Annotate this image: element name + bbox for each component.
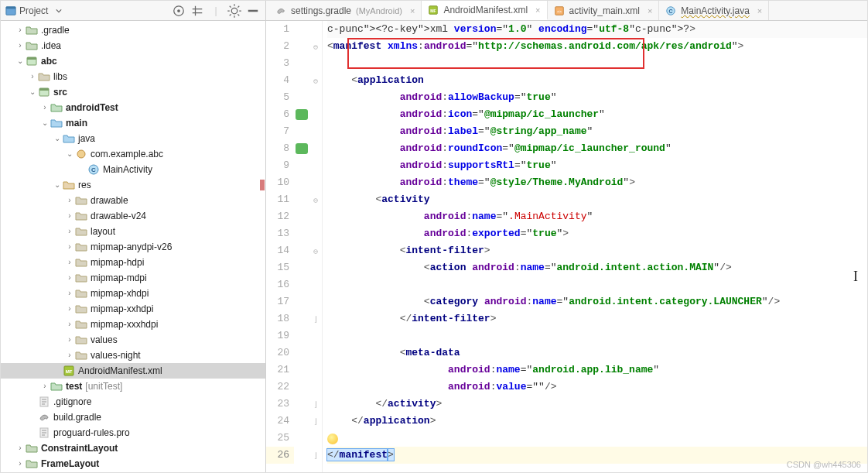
fold-handle[interactable] bbox=[309, 362, 322, 379]
fold-handle[interactable]: ⌋ bbox=[309, 396, 322, 413]
line-number[interactable]: 18 bbox=[266, 310, 294, 327]
code-area[interactable]: c-punc"><?c-key">xml version="1.0" encod… bbox=[323, 21, 867, 472]
fold-handle[interactable]: ⊖ bbox=[309, 242, 322, 259]
tree-twisty[interactable]: › bbox=[64, 208, 75, 224]
tree-item[interactable]: ⌄com.example.abc bbox=[1, 146, 265, 162]
code-line[interactable]: c-punc"><?c-key">xml version="1.0" encod… bbox=[327, 21, 867, 38]
editor-tab[interactable]: MFAndroidManifest.xml× bbox=[422, 1, 547, 20]
fold-handle[interactable] bbox=[309, 140, 322, 157]
tree-item[interactable]: ›values bbox=[1, 332, 265, 348]
tree-twisty[interactable]: › bbox=[64, 270, 75, 286]
line-number[interactable]: 3 bbox=[266, 55, 294, 72]
line-number[interactable]: 7 bbox=[266, 123, 294, 140]
tree-twisty[interactable]: › bbox=[39, 100, 50, 115]
fold-handle[interactable] bbox=[309, 157, 322, 174]
fold-handle[interactable]: ⌋ bbox=[309, 413, 322, 430]
code-line[interactable]: <activity bbox=[327, 191, 867, 208]
editor-tab[interactable]: CMainActivity.java× bbox=[659, 1, 769, 20]
code-line[interactable] bbox=[327, 276, 867, 293]
line-number[interactable]: 13 bbox=[266, 225, 294, 242]
line-number[interactable]: 17 bbox=[266, 293, 294, 310]
tree-item[interactable]: ›mipmap-mdpi bbox=[1, 270, 265, 286]
close-icon[interactable]: × bbox=[757, 6, 762, 15]
close-icon[interactable]: × bbox=[410, 6, 415, 15]
fold-handle[interactable] bbox=[309, 259, 322, 276]
tree-item[interactable]: MFAndroidManifest.xml bbox=[1, 363, 265, 379]
code-line[interactable]: <category android:name="android.intent.c… bbox=[327, 293, 867, 310]
tree-twisty[interactable]: › bbox=[64, 317, 75, 332]
code-line[interactable]: android:icon="@mipmap/ic_launcher" bbox=[327, 106, 867, 123]
fold-handle[interactable]: ⊖ bbox=[309, 72, 322, 89]
tree-item[interactable]: ›FrameLayout bbox=[1, 456, 265, 471]
tree-twisty[interactable]: › bbox=[15, 38, 26, 53]
fold-handle[interactable] bbox=[309, 225, 322, 242]
tree-item[interactable]: ›layout bbox=[1, 224, 265, 239]
code-line[interactable] bbox=[327, 327, 867, 344]
tree-twisty[interactable]: ⌄ bbox=[39, 115, 50, 131]
tree-twisty[interactable]: › bbox=[27, 69, 38, 84]
code-line[interactable]: android:allowBackup="true" bbox=[327, 89, 867, 106]
tree-item[interactable]: ›libs bbox=[1, 69, 265, 84]
line-number[interactable]: 2 bbox=[266, 38, 294, 55]
line-number[interactable]: 5 bbox=[266, 89, 294, 106]
editor-tab[interactable]: <>activity_main.xml× bbox=[548, 1, 660, 20]
fold-handle[interactable] bbox=[309, 21, 322, 38]
fold-handle[interactable] bbox=[309, 106, 322, 123]
project-tree[interactable]: ›.gradle›.idea⌄abc›libs⌄src›androidTest⌄… bbox=[1, 21, 265, 472]
tree-twisty[interactable]: ⌄ bbox=[27, 84, 38, 100]
code-lines[interactable]: c-punc"><?c-key">xml version="1.0" encod… bbox=[323, 21, 867, 464]
line-number[interactable]: 20 bbox=[266, 344, 294, 362]
tree-item[interactable]: ›mipmap-xxhdpi bbox=[1, 301, 265, 317]
tree-item[interactable]: ⌄abc bbox=[1, 53, 265, 69]
code-line[interactable]: android:name=".MainActivity" bbox=[327, 208, 867, 225]
select-opened-file-icon[interactable] bbox=[171, 3, 186, 19]
line-number[interactable]: 21 bbox=[266, 362, 294, 379]
tree-twisty[interactable]: ⌄ bbox=[15, 53, 26, 69]
line-number[interactable]: 8 bbox=[266, 140, 294, 157]
line-number[interactable]: 22 bbox=[266, 379, 294, 396]
fold-column[interactable]: ⊖⊖⊖⊖⌋⌋⌋⌋ bbox=[309, 21, 322, 472]
fold-handle[interactable] bbox=[309, 293, 322, 310]
tree-twisty[interactable]: ⌄ bbox=[64, 146, 75, 162]
line-number[interactable]: 4 bbox=[266, 72, 294, 89]
line-number[interactable]: 12 bbox=[266, 208, 294, 225]
tree-item[interactable]: ›mipmap-xxxhdpi bbox=[1, 317, 265, 332]
tree-item[interactable]: build.gradle bbox=[1, 410, 265, 425]
tree-item[interactable]: .gitignore bbox=[1, 394, 265, 410]
tree-item[interactable]: ⌄main bbox=[1, 115, 265, 131]
line-number[interactable]: 6 bbox=[266, 106, 294, 123]
fold-handle[interactable] bbox=[309, 123, 322, 140]
tree-twisty[interactable]: › bbox=[64, 348, 75, 363]
tree-item[interactable]: ›values-night bbox=[1, 348, 265, 363]
fold-handle[interactable]: ⌋ bbox=[309, 447, 322, 464]
tree-twisty[interactable]: ⌄ bbox=[52, 131, 63, 146]
line-number[interactable]: 1 bbox=[266, 21, 294, 38]
tree-item[interactable]: ›drawable-v24 bbox=[1, 208, 265, 224]
tree-twisty[interactable]: › bbox=[64, 301, 75, 317]
code-line[interactable]: android:theme="@style/Theme.MyAndroid"> bbox=[327, 174, 867, 191]
bulb-icon[interactable] bbox=[327, 434, 338, 444]
close-icon[interactable]: × bbox=[648, 6, 652, 15]
tree-twisty[interactable]: › bbox=[39, 379, 50, 394]
code-line[interactable]: </application> bbox=[327, 413, 867, 430]
fold-handle[interactable]: ⊖ bbox=[309, 38, 322, 55]
hide-panel-icon[interactable] bbox=[245, 3, 261, 19]
fold-handle[interactable]: ⊖ bbox=[309, 191, 322, 208]
line-number[interactable]: 11 bbox=[266, 191, 294, 208]
code-line[interactable]: <intent-filter> bbox=[327, 242, 867, 259]
tree-twisty[interactable]: ⌄ bbox=[52, 177, 63, 193]
code-line[interactable]: android:value=""/> bbox=[327, 379, 867, 396]
line-numbers[interactable]: 1234567891011121314151617181920212223242… bbox=[266, 21, 294, 472]
tree-twisty[interactable]: › bbox=[15, 440, 26, 456]
line-number[interactable]: 15 bbox=[266, 259, 294, 276]
fold-handle[interactable] bbox=[309, 430, 322, 447]
tree-item[interactable]: ›test[unitTest] bbox=[1, 379, 265, 394]
editor-tab[interactable]: settings.gradle(MyAndroid)× bbox=[269, 1, 422, 20]
code-line[interactable]: android:name="android.app.lib_name" bbox=[327, 362, 867, 379]
tree-item[interactable]: ›mipmap-hdpi bbox=[1, 255, 265, 270]
code-line[interactable]: android:supportsRtl="true" bbox=[327, 157, 867, 174]
fold-handle[interactable] bbox=[309, 327, 322, 344]
tree-item[interactable]: ›androidTest bbox=[1, 100, 265, 115]
line-number[interactable]: 26 bbox=[266, 447, 294, 464]
code-line[interactable]: </activity> bbox=[327, 396, 867, 413]
